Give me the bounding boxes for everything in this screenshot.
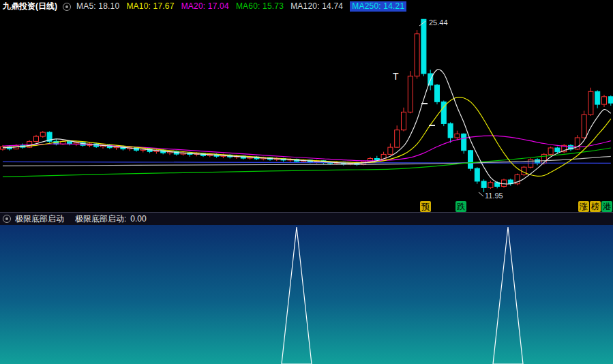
- candle: [602, 97, 607, 104]
- main-chart-panel: 25.4411.95T 九鼎投资(日线) MA5: 18.10MA10: 17.…: [0, 0, 613, 212]
- signal-spike: [282, 227, 312, 364]
- candle: [582, 115, 586, 138]
- ma-line-MA5: [3, 70, 611, 184]
- indicator-name[interactable]: 极限底部启动: [15, 213, 64, 225]
- corner-tag-涨[interactable]: 涨: [578, 201, 589, 212]
- candle: [502, 180, 507, 186]
- candle: [34, 136, 39, 142]
- candle: [388, 147, 393, 154]
- candle: [421, 19, 426, 74]
- trading-app-screen: 25.4411.95T 九鼎投资(日线) MA5: 18.10MA10: 17.…: [0, 0, 613, 364]
- candle: [555, 148, 560, 152]
- corner-tag-预[interactable]: 预: [420, 201, 431, 212]
- price-annotation: 25.44: [429, 18, 448, 27]
- candle: [595, 91, 600, 104]
- ma-label: MA5: 18.10: [76, 1, 119, 12]
- ma-label: MA10: 17.67: [126, 1, 174, 12]
- candle: [475, 168, 479, 181]
- candle: [488, 183, 493, 188]
- corner-tag-跌[interactable]: 跌: [455, 201, 466, 212]
- candle: [455, 134, 460, 138]
- candle: [68, 141, 72, 144]
- stock-title: 九鼎投资(日线): [3, 1, 57, 12]
- signal-indicator-panel: [0, 225, 613, 364]
- ma-line-MA20: [3, 136, 611, 161]
- candle: [608, 97, 613, 103]
- signal-spike: [493, 227, 523, 364]
- candle: [448, 123, 453, 138]
- signal-spike-chart[interactable]: [0, 225, 613, 364]
- candle: [522, 167, 526, 175]
- indicator-collapse-icon[interactable]: [3, 215, 11, 223]
- candle: [408, 76, 413, 112]
- indicator-header-bar: 极限底部启动 极限底部启动: 0.00: [0, 212, 613, 225]
- price-pointer-line: [479, 192, 483, 196]
- dash-mark: [421, 103, 428, 104]
- candlestick-chart[interactable]: 25.4411.95T: [0, 0, 613, 212]
- candle: [468, 151, 473, 168]
- ma-values-row: MA5: 18.10MA10: 17.67MA20: 17.04MA60: 15…: [76, 1, 406, 12]
- corner-tag-榜[interactable]: 榜: [590, 201, 601, 212]
- chart-corner-tags-left: 预跌: [420, 201, 466, 212]
- dash-mark: [429, 125, 435, 126]
- ma-label: MA250: 14.21: [350, 1, 406, 12]
- candle: [395, 130, 400, 147]
- chart-header: 九鼎投资(日线) MA5: 18.10MA10: 17.67MA20: 17.0…: [3, 1, 406, 12]
- candle: [481, 181, 486, 187]
- chart-corner-tags-right: 涨榜港: [578, 201, 612, 212]
- ma-label: MA20: 17.04: [181, 1, 229, 12]
- candle: [435, 85, 440, 102]
- indicator-readout-value: 0.00: [130, 214, 146, 224]
- candle: [40, 132, 45, 136]
- ma-label: MA120: 14.74: [290, 1, 343, 12]
- corner-tag-港[interactable]: 港: [601, 201, 612, 212]
- candle: [548, 148, 553, 154]
- t-drawing-mark: T: [393, 71, 399, 82]
- collapse-icon[interactable]: [63, 3, 71, 11]
- ma-label: MA60: 15.73: [236, 1, 284, 12]
- candle: [588, 91, 593, 115]
- indicator-readout-label: 极限底部启动:: [75, 213, 126, 225]
- candle: [402, 112, 406, 130]
- candle: [462, 134, 466, 150]
- price-annotation: 11.95: [485, 192, 503, 200]
- candle: [415, 34, 419, 76]
